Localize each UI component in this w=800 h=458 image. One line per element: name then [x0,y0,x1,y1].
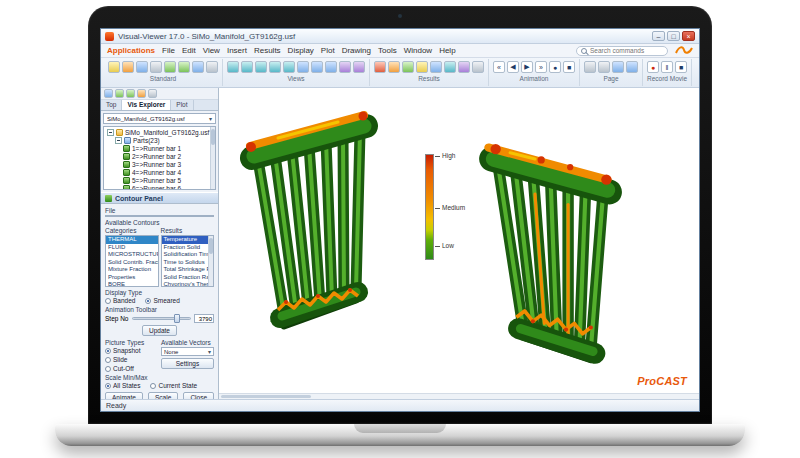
radio-smeared[interactable]: Smeared [145,297,179,304]
record-dot-icon[interactable]: ● [651,64,655,71]
undo-icon[interactable] [164,61,176,73]
anim-stop-icon[interactable]: ■ [563,61,575,73]
animate-button[interactable]: Animate [105,392,143,399]
scrollbar-thumb[interactable] [209,238,213,254]
menu-insert[interactable]: Insert [227,46,247,55]
tree-item[interactable]: 3=>Runner bar 3 [104,160,215,168]
probe-icon[interactable] [416,61,428,73]
scale-button[interactable]: Scale [148,392,178,399]
search-input[interactable] [590,47,663,54]
chart-icon[interactable] [458,61,470,73]
tree-item[interactable]: 5=>Runner bar 5 [104,176,215,184]
radio-current-state[interactable]: Current State [150,382,197,389]
category-item[interactable]: FLUID [106,244,158,252]
close-panel-button[interactable]: Close [183,392,214,399]
category-item[interactable]: MICROSTRUCTURE [106,251,158,259]
tree-item[interactable]: 1=>Runner bar 1 [104,144,215,152]
result-item[interactable]: Solidification Time [162,251,214,259]
maximize-button[interactable]: □ [667,31,680,41]
slider-thumb-icon[interactable] [174,314,180,323]
redo-icon[interactable] [178,61,190,73]
anim-prev-icon[interactable]: ◀ [507,61,519,73]
page-layout-icon[interactable] [598,61,610,73]
menu-results[interactable]: Results [254,46,281,55]
open-icon[interactable] [122,61,134,73]
pause-icon[interactable]: ‖ [661,61,673,73]
result-item[interactable]: Temperature [162,236,214,244]
result-item[interactable]: Fraction Solid [162,244,214,252]
menu-applications[interactable]: Applications [107,46,155,55]
rotate-icon[interactable] [339,61,351,73]
explorer-collapse-icon[interactable] [126,89,135,98]
zoom-fit-icon[interactable] [297,61,309,73]
page-next-icon[interactable] [626,61,638,73]
anim-play-icon[interactable]: ▶ [521,61,533,73]
update-button[interactable]: Update [142,325,177,336]
tree-expander-icon[interactable] [115,137,122,144]
search-box[interactable] [576,46,668,56]
category-item[interactable]: Mixture Fraction [106,266,158,274]
viewport-3d[interactable]: High Medium Low [219,88,699,399]
table-icon[interactable] [472,61,484,73]
vectors-dropdown[interactable]: None ▾ [161,347,214,356]
view-left-icon[interactable] [269,61,281,73]
minimize-button[interactable]: – [652,31,665,41]
tree-expander-icon[interactable] [107,129,114,136]
copy-icon[interactable] [192,61,204,73]
category-item[interactable]: BORE [106,281,158,287]
radio-snapshot[interactable]: Snapshot [105,347,157,354]
radio-slide[interactable]: Slide [105,356,157,363]
view-right-icon[interactable] [283,61,295,73]
close-button[interactable]: × [682,31,695,41]
result-item[interactable]: Time to Solidus [162,259,214,267]
scrollbar-thumb[interactable] [211,129,215,145]
result-item[interactable]: Total Shrinkage Porosity [162,266,214,274]
tab-plot[interactable]: Plot [171,100,193,110]
explorer-filter-icon[interactable] [137,89,146,98]
category-item[interactable]: Properties [106,274,158,282]
model-file-combo[interactable]: SiMo_Manifold_GT9162g.usf ▾ [103,113,216,124]
category-item[interactable]: Solid Contrib. Fraction [106,259,158,267]
zoom-out-icon[interactable] [325,61,337,73]
tree-scrollbar[interactable] [210,127,215,189]
explorer-expand-icon[interactable] [115,89,124,98]
settings-icon[interactable] [206,61,218,73]
result-item[interactable]: Solid Fraction Rate [162,274,214,282]
manifold-model-left[interactable] [233,104,383,354]
new-file-icon[interactable] [108,61,120,73]
menu-tools[interactable]: Tools [378,46,397,55]
tree-item[interactable]: 6=>Runner bar 6 [104,184,215,190]
menu-plot[interactable]: Plot [321,46,335,55]
explorer-pin-icon[interactable] [148,89,157,98]
anim-first-icon[interactable]: « [493,61,505,73]
anim-next-icon[interactable]: » [535,61,547,73]
scrollbar-thumb[interactable] [221,395,311,398]
vector-icon[interactable] [388,61,400,73]
iso-surface-icon[interactable] [444,61,456,73]
step-value[interactable]: 3790 [194,314,214,323]
save-icon[interactable] [136,61,148,73]
cut-plane-icon[interactable] [402,61,414,73]
radio-banded[interactable]: Banded [105,297,135,304]
explorer-refresh-icon[interactable] [104,89,113,98]
zoom-in-icon[interactable] [311,61,323,73]
stop-icon[interactable]: ■ [675,61,687,73]
tree-item[interactable]: 4=>Runner bar 4 [104,168,215,176]
menu-edit[interactable]: Edit [182,46,196,55]
tab-top[interactable]: Top [101,100,122,110]
menu-help[interactable]: Help [439,46,455,55]
viewport-scrollbar[interactable] [219,393,699,399]
anim-record-icon[interactable]: ● [549,61,561,73]
min-max-icon[interactable] [430,61,442,73]
menu-file[interactable]: File [162,46,175,55]
tab-vis-explorer[interactable]: Vis Explorer [122,100,171,110]
menu-drawing[interactable]: Drawing [342,46,371,55]
menu-window[interactable]: Window [404,46,432,55]
pan-icon[interactable] [353,61,365,73]
view-top-icon[interactable] [255,61,267,73]
results-scrollbar[interactable] [208,236,213,286]
view-front-icon[interactable] [241,61,253,73]
contour-icon[interactable] [374,61,386,73]
menu-view[interactable]: View [203,46,220,55]
page-new-icon[interactable] [584,61,596,73]
